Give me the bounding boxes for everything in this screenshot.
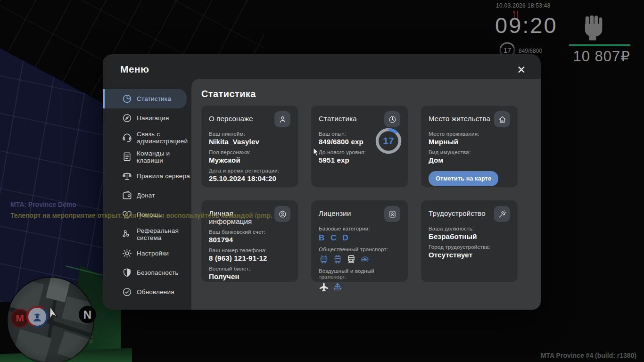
card-stats: Статистика Ваш опыт: 849/6800 exp До нов… [311,106,408,187]
home-icon [494,111,510,127]
personal-info-icon [274,206,290,222]
headset-icon [122,132,132,143]
card-character: О персонаже Ваш никнейм: Nikita_Vasylev … [201,106,298,187]
sidebar-item-statistics[interactable]: Статистика [103,89,187,108]
license-c: C [330,233,336,243]
menu-panel: Меню ✕ Статистика Навигация Связь с адми… [103,54,541,310]
north-compass-badge: N [79,306,96,323]
sidebar-item-security[interactable]: Безопасность [103,263,191,282]
sidebar-item-admin-contact[interactable]: Связь с администрацией [103,128,191,147]
sidebar-item-label: Обновления [137,288,191,296]
card-title: Место жительства [429,115,490,123]
card-title: Статистика [319,115,357,123]
gear-icon [122,248,132,259]
card-residence: Место жительства Место проживания: Мирны… [421,106,518,187]
mark-on-map-button[interactable]: Отметить на карте [429,171,498,186]
hud-clock: 09:20 [495,12,558,38]
content-area: Статистика О персонаже Ваш никнейм: Niki… [191,79,541,310]
card-title: О персонаже [209,115,253,123]
sidebar-item-rules[interactable]: Правила сервера [103,166,191,186]
page-title: Статистика [201,89,256,99]
taxi-cap-icon [360,254,370,264]
card-employment: Трудоустройство Ваша должность: Безработ… [421,200,518,282]
field-label: Ваш банковский счет: [209,229,290,235]
air-water-licenses [319,281,400,292]
level-progress-ring: 17 [375,128,402,154]
menu-title: Меню [120,64,149,75]
wallet-icon [122,190,132,201]
phone-value: 8 (963) 121-91-12 [209,254,290,262]
sidebar-item-referral[interactable]: Реферальная система [103,224,191,244]
military-ticket-value: Получен [209,272,290,280]
public-transport-licenses [319,254,400,264]
field-label: Ваш номер телефона: [209,247,290,253]
id-card-icon [384,206,400,222]
police-blip [26,306,48,328]
sidebar-item-updates[interactable]: Обновления [103,282,191,302]
sidebar-item-commands[interactable]: Команды и клавиши [103,147,191,166]
property-type-value: Дом [429,156,510,164]
train-icon [346,254,356,264]
position-value: Безработный [429,232,510,240]
sidebar-item-label: Навигация [137,115,191,122]
card-title: Трудоустройство [429,209,486,217]
tram-icon [332,254,343,264]
field-label: Дата и время регистрации: [209,168,290,173]
sidebar-item-label: Безопасность [137,269,191,276]
police-officer-icon [28,308,46,326]
check-circle-icon [122,287,132,297]
compass-icon [122,113,132,123]
chat-line-teleport: Телепорт на мероприятие открыт. Для учас… [10,212,272,219]
hammer-icon [494,206,510,222]
field-label: Пол персонажа: [209,149,290,155]
gauge-icon [384,111,400,127]
sidebar-item-label: Статистика [137,95,187,102]
scales-icon [122,171,132,181]
field-label: Ваша должность: [429,226,510,231]
mouse-cursor [313,148,321,157]
field-label: Военный билет: [209,266,290,272]
sidebar-item-label: Реферальная система [137,227,191,241]
base-license-letters: B C D [319,233,400,243]
nickname-value: Nikita_Vasylev [209,138,290,146]
sidebar-item-settings[interactable]: Настройки [103,244,191,263]
commands-list-icon [122,151,132,162]
field-label: Город трудоустройства: [429,244,510,250]
hud-exp-text: 849/6800 [519,48,542,54]
field-label: Место проживания: [429,131,510,137]
trolleybus-icon [319,254,329,264]
field-label: Вид имущества: [429,149,510,155]
money-amount: 10 807₽ [541,48,630,65]
chat-line-server: MTA: Province Demo [10,201,76,208]
sidebar-item-label: Команды и клавиши [137,150,191,164]
card-licenses: Лицензии Базовые категории: B C D Общест… [311,200,408,282]
north-letter: N [83,308,91,321]
ring-level-number: 17 [375,128,402,154]
field-label: Ваш никнейм: [209,131,290,137]
shield-icon [122,267,132,278]
employment-city-value: Отсутствует [429,251,510,259]
person-icon [274,111,290,127]
close-icon: ✕ [517,64,526,76]
residence-place-value: Мирный [429,138,510,146]
registration-value: 25.10.2024 18:04:20 [209,174,290,182]
build-label: MTA Province #4 (build: r1380) [541,352,636,359]
sidebar-item-navigation[interactable]: Навигация [103,108,191,128]
bank-account-value: 801794 [209,236,290,244]
sidebar-item-label: Донат [137,192,191,199]
field-label: Общественный транспорт: [319,247,400,252]
cards-grid: О персонаже Ваш никнейм: Nikita_Vasylev … [201,106,518,282]
stats-pie-icon [122,93,132,104]
sidebar-item-donate[interactable]: Донат [103,186,191,205]
gender-value: Мужской [209,156,290,164]
next-level-value: 5951 exp [319,156,400,164]
fist-weapon-icon [581,14,604,41]
sidebar-item-label: Связь с администрацией [137,131,191,145]
field-label: Базовые категории: [319,226,400,231]
close-button[interactable]: ✕ [513,62,529,78]
field-label: Воздушный и водный транспорт: [319,268,400,280]
sidebar-item-label: Настройки [137,250,191,257]
license-b: B [319,233,324,243]
money-bar [569,44,630,46]
card-title: Лицензии [319,209,351,217]
